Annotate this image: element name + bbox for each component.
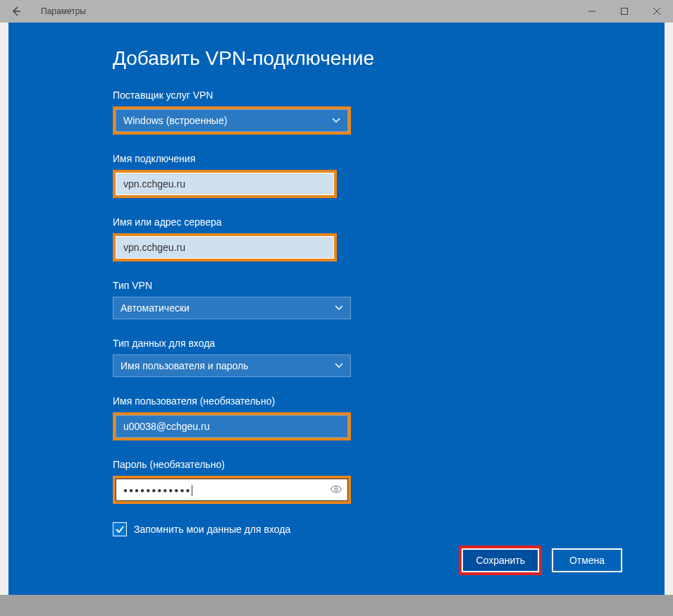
vpn-type-value: Автоматически bbox=[121, 302, 190, 314]
minimize-button[interactable] bbox=[576, 0, 608, 23]
svg-point-2 bbox=[335, 488, 338, 491]
arrow-left-icon bbox=[11, 6, 22, 17]
window-controls bbox=[576, 0, 673, 23]
highlight-annotation: u00038@cchgeu.ru bbox=[113, 412, 351, 441]
remember-checkbox[interactable] bbox=[113, 522, 127, 536]
connection-name-field: Имя подключения vpn.cchgeu.ru bbox=[113, 153, 622, 198]
eye-icon bbox=[331, 485, 342, 493]
modal-buttons: Сохранить Отмена bbox=[459, 546, 622, 575]
username-field: Имя пользователя (необязательно) u00038@… bbox=[113, 395, 622, 441]
svg-rect-0 bbox=[622, 8, 628, 15]
signin-type-value: Имя пользователя и пароль bbox=[121, 360, 249, 371]
signin-type-label: Тип данных для входа bbox=[113, 338, 622, 349]
settings-window: Параметры Добавить VPN-подключение Поста… bbox=[0, 0, 673, 616]
password-field: Пароль (необязательно) ●●●●●●●●●●●● bbox=[113, 459, 622, 504]
username-label: Имя пользователя (необязательно) bbox=[113, 395, 622, 407]
add-vpn-modal: Добавить VPN-подключение Поставщик услуг… bbox=[8, 23, 665, 595]
titlebar: Параметры bbox=[0, 0, 673, 23]
remember-checkbox-row: Запомнить мои данные для входа bbox=[113, 522, 622, 536]
username-input[interactable]: u00038@cchgeu.ru bbox=[116, 415, 348, 438]
chevron-down-icon bbox=[332, 116, 340, 125]
modal-title: Добавить VPN-подключение bbox=[113, 47, 622, 70]
password-input[interactable]: ●●●●●●●●●●●● bbox=[116, 479, 348, 501]
connection-name-label: Имя подключения bbox=[113, 153, 622, 164]
server-value: vpn.cchgeu.ru bbox=[123, 242, 185, 253]
connection-name-value: vpn.cchgeu.ru bbox=[123, 178, 185, 190]
signin-type-field: Тип данных для входа Имя пользователя и … bbox=[113, 338, 622, 377]
checkmark-icon bbox=[115, 524, 125, 534]
provider-select[interactable]: Windows (встроенные) bbox=[116, 109, 348, 132]
close-icon bbox=[653, 8, 660, 15]
username-value: u00038@cchgeu.ru bbox=[123, 421, 209, 432]
signin-type-select[interactable]: Имя пользователя и пароль bbox=[113, 355, 351, 377]
vpn-type-label: Тип VPN bbox=[113, 280, 622, 291]
provider-value: Windows (встроенные) bbox=[123, 115, 227, 126]
save-button-label: Сохранить bbox=[476, 555, 525, 566]
vpn-type-select[interactable]: Автоматически bbox=[113, 297, 351, 319]
vpn-type-field: Тип VPN Автоматически bbox=[113, 280, 622, 319]
highlight-annotation: ●●●●●●●●●●●● bbox=[113, 476, 351, 504]
highlight-annotation: Windows (встроенные) bbox=[113, 106, 351, 135]
minimize-icon bbox=[588, 8, 595, 15]
save-button[interactable]: Сохранить bbox=[462, 548, 539, 572]
server-input[interactable]: vpn.cchgeu.ru bbox=[116, 236, 334, 259]
close-button[interactable] bbox=[641, 0, 673, 23]
chevron-down-icon bbox=[335, 361, 343, 371]
window-title: Параметры bbox=[41, 6, 86, 16]
cancel-button-label: Отмена bbox=[569, 555, 605, 566]
reveal-password-button[interactable] bbox=[331, 484, 342, 495]
back-button[interactable] bbox=[6, 1, 27, 22]
highlight-annotation: vpn.cchgeu.ru bbox=[113, 170, 337, 198]
dim-overlay-bottom bbox=[0, 595, 673, 616]
password-label: Пароль (необязательно) bbox=[113, 459, 622, 470]
maximize-button[interactable] bbox=[608, 0, 641, 23]
highlight-annotation-save: Сохранить bbox=[459, 546, 542, 575]
server-label: Имя или адрес сервера bbox=[113, 216, 622, 228]
password-value: ●●●●●●●●●●●● bbox=[123, 486, 191, 494]
connection-name-input[interactable]: vpn.cchgeu.ru bbox=[116, 173, 334, 195]
chevron-down-icon bbox=[335, 303, 343, 313]
text-cursor bbox=[192, 485, 192, 496]
provider-field: Поставщик услуг VPN Windows (встроенные) bbox=[113, 90, 622, 135]
server-field: Имя или адрес сервера vpn.cchgeu.ru bbox=[113, 216, 622, 261]
provider-label: Поставщик услуг VPN bbox=[113, 90, 622, 101]
remember-label: Запомнить мои данные для входа bbox=[134, 524, 290, 535]
maximize-icon bbox=[621, 8, 628, 15]
cancel-button[interactable]: Отмена bbox=[552, 548, 622, 572]
svg-point-1 bbox=[331, 486, 341, 493]
highlight-annotation: vpn.cchgeu.ru bbox=[113, 233, 337, 261]
